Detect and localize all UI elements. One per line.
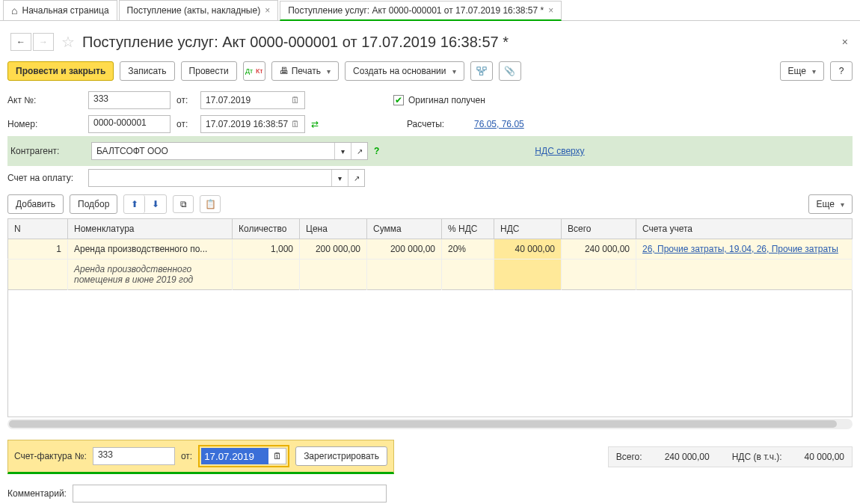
tab-current-doc[interactable]: Поступление услуг: Акт 0000-000001 от 17… <box>280 1 562 21</box>
table-row-desc[interactable]: Аренда производственного помещения в июн… <box>8 259 853 290</box>
cell-qty: 1,000 <box>233 239 300 259</box>
table-more-button[interactable]: Еще <box>808 194 853 214</box>
dropdown-icon[interactable]: ▾ <box>334 143 351 159</box>
act-no-input[interactable]: 333 <box>88 91 171 109</box>
vat-mode-link[interactable]: НДС сверху <box>535 146 584 156</box>
paste-button[interactable]: 📋 <box>200 195 221 213</box>
register-button[interactable]: Зарегистрировать <box>295 446 387 466</box>
number-input[interactable]: 0000-000001 <box>88 115 171 133</box>
comment-row: Комментарий: <box>0 474 860 503</box>
scrollbar-thumb[interactable] <box>9 420 837 428</box>
sf-from-label: от: <box>181 451 192 461</box>
tab-label: Поступление услуг: Акт 0000-000001 от 17… <box>288 5 544 16</box>
tab-label: Поступление (акты, накладные) <box>127 5 261 16</box>
write-button[interactable]: Записать <box>120 61 174 81</box>
close-icon[interactable]: × <box>842 36 853 48</box>
footer-bar: Счет-фактура №: 333 от: 🗓 Зарегистрирова… <box>7 440 853 474</box>
sf-label: Счет-фактура №: <box>14 451 87 461</box>
cell-accounts: 26, Прочие затраты, 19.04, 26, Прочие за… <box>636 239 853 259</box>
table-row[interactable]: 1 Аренда производственного по... 1,000 2… <box>8 239 853 259</box>
counterparty-input[interactable]: БАЛТСОФТ ООО ▾ ↗ <box>91 142 368 160</box>
page-title: Поступление услуг: Акт 0000-000001 от 17… <box>82 34 509 51</box>
settlements-label: Расчеты: <box>407 119 467 129</box>
cell-total: 240 000,00 <box>562 239 636 259</box>
act-date-input[interactable]: 17.07.2019 🗓 <box>200 91 305 109</box>
cell-desc: Аренда производственного помещения в июн… <box>68 259 233 290</box>
copy-button[interactable]: ⧉ <box>173 195 194 213</box>
number-date-input[interactable]: 17.07.2019 16:38:57 🗓 <box>200 115 305 133</box>
col-n[interactable]: N <box>8 219 68 239</box>
settlements-link[interactable]: 76.05, 76.05 <box>474 119 524 129</box>
more-button[interactable]: Еще <box>780 61 824 81</box>
invoice-label: Счет на оплату: <box>7 173 82 183</box>
vat-incl-label: НДС (в т.ч.): <box>732 452 782 462</box>
accounts-link[interactable]: 26, Прочие затраты, 19.04, 26, Прочие за… <box>642 244 838 254</box>
home-icon: ⌂ <box>11 4 17 16</box>
col-sum[interactable]: Сумма <box>367 219 442 239</box>
move-up-button[interactable]: ⬆ <box>124 195 145 213</box>
nav-forward-button[interactable]: → <box>33 33 54 51</box>
create-based-button[interactable]: Создать на основании <box>345 61 464 81</box>
favorite-icon[interactable]: ☆ <box>61 33 75 51</box>
cell-vat: 40 000,00 <box>494 239 562 259</box>
counterparty-label: Контрагент: <box>10 146 85 156</box>
cell-nomenclature: Аренда производственного по... <box>68 239 233 259</box>
cell-price: 200 000,00 <box>300 239 367 259</box>
post-button[interactable]: Провести <box>181 61 237 81</box>
tab-home[interactable]: ⌂ Начальная страница <box>3 0 117 20</box>
print-label: Печать <box>292 66 321 76</box>
close-icon[interactable]: × <box>548 5 553 16</box>
original-received-checkbox[interactable]: ✔ Оригинал получен <box>393 95 485 105</box>
invoice-factura-block: Счет-фактура №: 333 от: 🗓 Зарегистрирова… <box>7 440 394 474</box>
select-items-button[interactable]: Подбор <box>70 194 117 214</box>
dt-kt-button[interactable]: ДтКт <box>243 61 265 81</box>
open-icon[interactable]: ↗ <box>351 143 367 159</box>
calendar-icon[interactable]: 🗓 <box>291 95 300 105</box>
col-price[interactable]: Цена <box>300 219 367 239</box>
related-docs-button[interactable] <box>470 61 493 81</box>
calendar-icon[interactable]: 🗓 <box>291 119 300 129</box>
tab-receipts[interactable]: Поступление (акты, накладные) × <box>119 0 279 20</box>
paperclip-icon: 📎 <box>504 66 515 76</box>
from-label: от: <box>176 95 194 105</box>
arrow-up-icon: ⬆ <box>131 199 138 209</box>
col-vat[interactable]: НДС <box>494 219 562 239</box>
comment-label: Комментарий: <box>7 488 67 499</box>
help-icon[interactable]: ? <box>374 146 379 156</box>
col-vat-rate[interactable]: % НДС <box>442 219 494 239</box>
attach-button[interactable]: 📎 <box>499 61 521 81</box>
col-nomenclature[interactable]: Номенклатура <box>68 219 233 239</box>
act-no-label: Акт №: <box>7 95 82 105</box>
nav-back-button[interactable]: ← <box>10 33 31 51</box>
add-row-button[interactable]: Добавить <box>7 194 64 214</box>
dropdown-icon[interactable]: ▾ <box>331 170 348 186</box>
horizontal-scrollbar[interactable] <box>7 419 853 429</box>
svg-rect-1 <box>482 67 485 70</box>
tab-label: Начальная страница <box>22 5 108 16</box>
total-label: Всего: <box>616 452 642 462</box>
table-empty-area <box>7 290 853 417</box>
cell-n: 1 <box>8 239 68 259</box>
invoice-input[interactable]: ▾ ↗ <box>88 169 365 187</box>
vat-incl-value: 40 000,00 <box>805 452 844 462</box>
totals-block: Всего: 240 000,00 НДС (в т.ч.): 40 000,0… <box>608 446 853 467</box>
calendar-icon[interactable]: 🗓 <box>268 448 286 464</box>
number-date-value: 17.07.2019 16:38:57 <box>206 119 288 129</box>
open-icon[interactable]: ↗ <box>348 170 364 186</box>
help-button[interactable]: ? <box>830 61 853 81</box>
col-accounts[interactable]: Счета учета <box>636 219 853 239</box>
cell-sum: 200 000,00 <box>367 239 442 259</box>
copy-icon: ⧉ <box>180 199 187 209</box>
col-total[interactable]: Всего <box>562 219 636 239</box>
post-and-close-button[interactable]: Провести и закрыть <box>7 61 114 81</box>
check-icon: ✔ <box>393 95 404 105</box>
total-value: 240 000,00 <box>665 452 710 462</box>
col-qty[interactable]: Количество <box>233 219 300 239</box>
sf-date-input[interactable] <box>201 448 268 464</box>
sf-number-input[interactable]: 333 <box>93 447 175 465</box>
tab-bar: ⌂ Начальная страница Поступление (акты, … <box>0 0 860 21</box>
close-icon[interactable]: × <box>265 5 270 16</box>
comment-input[interactable] <box>73 485 387 503</box>
print-button[interactable]: 🖶 Печать <box>271 61 339 81</box>
move-down-button[interactable]: ⬇ <box>145 195 166 213</box>
